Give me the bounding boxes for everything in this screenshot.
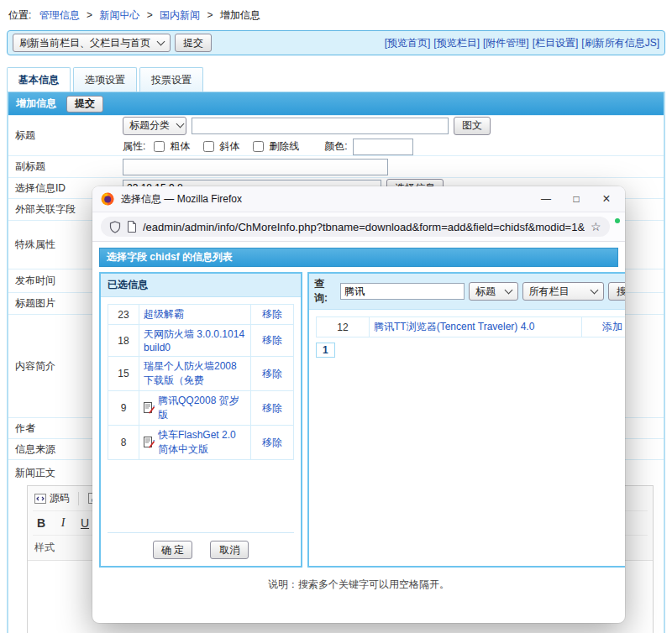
top-toolbar: 刷新当前栏目、父栏目与首页 提交 [预览首页] [预览栏目] [附件管理] [栏…: [7, 30, 665, 55]
breadcrumb-link-domestic-news[interactable]: 国内新闻: [160, 9, 200, 21]
preview-home-link[interactable]: [预览首页]: [385, 36, 431, 50]
item-id: 18: [108, 325, 139, 357]
search-column-select[interactable]: 所有栏目: [522, 282, 604, 301]
item-id: 23: [108, 305, 139, 325]
shield-icon: [109, 221, 121, 233]
breadcrumb-prefix: 位置:: [8, 9, 31, 21]
search-field-select[interactable]: 标题: [469, 282, 518, 301]
item-title-link[interactable]: 天网防火墙 3.0.0.1014 build0: [144, 328, 244, 353]
bookmark-star-icon[interactable]: ☆: [591, 220, 601, 233]
window-controls: — □ ×: [531, 186, 622, 212]
maximize-button[interactable]: □: [561, 186, 591, 212]
table-row: 12 腾讯TT浏览器(Tencent Traveler) 4.0 添加: [317, 317, 626, 337]
table-row: 23 超级解霸 移除: [108, 305, 294, 325]
remove-link[interactable]: 移除: [262, 334, 282, 346]
italic-checkbox[interactable]: [203, 141, 214, 152]
modal-content: 选择字段 chidsf 的信息列表 已选信息 23 超级解霸 移除 18 天网防…: [92, 242, 625, 598]
tab-option-settings[interactable]: 选项设置: [73, 67, 137, 92]
page-icon: [127, 221, 137, 233]
form-title: 增加信息: [16, 97, 56, 111]
form-header: 增加信息 提交: [8, 92, 664, 115]
item-title-link[interactable]: 超级解霸: [144, 308, 184, 320]
bold-button[interactable]: B: [34, 516, 48, 530]
select-info-window: 选择信息 — Mozilla Firefox — □ × /eadmin/adm…: [92, 186, 625, 623]
title-category-select[interactable]: 标题分类: [123, 117, 186, 135]
chevron-down-icon: [176, 120, 185, 128]
remove-link[interactable]: 移除: [262, 368, 282, 379]
selected-info-panel: 已选信息 23 超级解霸 移除 18 天网防火墙 3.0.0.1014 buil…: [99, 272, 302, 568]
refresh-submit-button[interactable]: 提交: [175, 34, 212, 52]
form-tabs: 基本信息 选项设置 投票设置: [7, 67, 665, 92]
cancel-button[interactable]: 取消: [210, 541, 249, 559]
item-id: 9: [108, 391, 139, 426]
firefox-logo-icon: [101, 192, 114, 206]
title-input[interactable]: [192, 118, 449, 134]
preview-column-link[interactable]: [预览栏目]: [433, 36, 480, 50]
italic-button[interactable]: I: [56, 516, 70, 530]
column-settings-link[interactable]: [栏目设置]: [533, 36, 579, 50]
result-title-link[interactable]: 腾讯TT浏览器(Tencent Traveler) 4.0: [374, 321, 534, 332]
remove-link[interactable]: 移除: [262, 402, 282, 414]
remove-link[interactable]: 移除: [262, 437, 282, 448]
subtitle-input[interactable]: [123, 159, 388, 175]
title-color-input[interactable]: [353, 139, 413, 155]
doc-edit-icon: [144, 437, 155, 448]
item-title-link[interactable]: 瑞星个人防火墙2008下载版（免费: [144, 360, 237, 386]
field-label: 标题: [8, 116, 118, 155]
doc-edit-icon: [144, 402, 155, 414]
results-table: 12 腾讯TT浏览器(Tencent Traveler) 4.0 添加: [316, 316, 625, 337]
chevron-down-icon: [157, 37, 165, 45]
tab-basic-info[interactable]: 基本信息: [7, 67, 71, 92]
window-title: 选择信息 — Mozilla Firefox: [121, 192, 242, 207]
ok-button[interactable]: 确 定: [153, 541, 192, 559]
breadcrumb-link-news-center[interactable]: 新闻中心: [99, 9, 139, 21]
chevron-down-icon: [591, 285, 599, 294]
source-code-icon: [34, 494, 46, 504]
item-title-link[interactable]: 快车FlashGet 2.0 简体中文版: [158, 428, 246, 457]
selected-panel-title: 已选信息: [101, 274, 301, 297]
remove-link[interactable]: 移除: [262, 308, 282, 320]
query-bar: 查询: 标题 所有栏目 搜索: [309, 274, 625, 310]
refresh-all-js-link[interactable]: [刷新所有信息JS]: [581, 36, 659, 50]
item-id: 8: [108, 426, 139, 460]
attachment-manage-link[interactable]: [附件管理]: [483, 36, 529, 50]
table-row: 9 腾讯QQ2008 贺岁版 移除: [108, 391, 294, 426]
add-link[interactable]: 添加: [602, 321, 622, 332]
hint-text: 说明：搜索多个关键字可以用空格隔开。: [99, 578, 618, 592]
selected-items-table: 23 超级解霸 移除 18 天网防火墙 3.0.0.1014 build0 移除…: [108, 304, 294, 460]
window-titlebar[interactable]: 选择信息 — Mozilla Firefox — □ ×: [92, 186, 625, 212]
strike-checkbox[interactable]: [253, 141, 264, 152]
close-button[interactable]: ×: [591, 186, 622, 212]
breadcrumb: 位置: 管理信息 > 新闻中心 > 国内新闻 > 增加信息: [0, 0, 672, 30]
query-label: 查询:: [314, 277, 336, 306]
source-code-button[interactable]: 源码: [34, 491, 70, 505]
breadcrumb-link-manage[interactable]: 管理信息: [39, 9, 80, 21]
underline-button[interactable]: U: [78, 516, 92, 530]
search-button[interactable]: 搜索: [608, 282, 625, 301]
table-row: 8 快车FlashGet 2.0 简体中文版 移除: [108, 426, 294, 460]
query-input[interactable]: [340, 283, 465, 300]
field-label: 副标题: [8, 156, 118, 177]
row-title: 标题 标题分类 图文 属性: 粗体 斜体 删除线 颜色:: [8, 115, 664, 155]
url-text: /eadmin/admin/info/ChMoreInfo.php?tbname…: [143, 221, 585, 233]
bold-checkbox[interactable]: [154, 141, 165, 152]
attr-label: 属性:: [123, 139, 145, 154]
form-submit-button[interactable]: 提交: [66, 96, 103, 112]
browser-urlbar: /eadmin/admin/info/ChMoreInfo.php?tbname…: [92, 212, 625, 242]
breadcrumb-current: 增加信息: [220, 9, 260, 21]
pic-text-button[interactable]: 图文: [454, 117, 491, 135]
tab-vote-settings[interactable]: 投票设置: [139, 67, 203, 92]
url-field[interactable]: /eadmin/admin/info/ChMoreInfo.php?tbname…: [101, 217, 610, 237]
panel-footer: 确 定 取消: [108, 532, 294, 559]
result-id: 12: [317, 317, 370, 337]
toolbar-links: [预览首页] [预览栏目] [附件管理] [栏目设置] [刷新所有信息JS]: [385, 36, 659, 50]
notification-dot: [615, 218, 620, 223]
page-number[interactable]: 1: [316, 343, 335, 358]
item-title-link[interactable]: 腾讯QQ2008 贺岁版: [158, 394, 246, 422]
table-row: 18 天网防火墙 3.0.0.1014 build0 移除: [108, 325, 294, 357]
row-subtitle: 副标题: [8, 155, 664, 177]
refresh-scope-select[interactable]: 刷新当前栏目、父栏目与首页: [13, 34, 171, 52]
color-label: 颜色:: [324, 139, 347, 154]
item-id: 15: [108, 357, 139, 391]
minimize-button[interactable]: —: [531, 186, 561, 212]
